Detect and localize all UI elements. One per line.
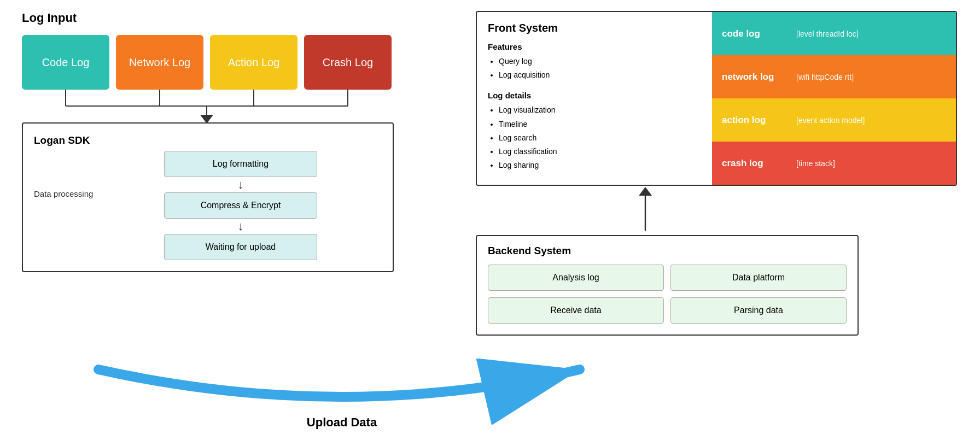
backend-grid: Analysis log Data platform Receive data … (488, 265, 847, 324)
backend-cell-parsing: Parsing data (670, 297, 847, 324)
sdk-step-waiting: Waiting for upload (164, 234, 317, 260)
log-details-list: Log visualization Timeline Log search Lo… (488, 103, 701, 172)
logan-sdk-title: Logan SDK (34, 134, 382, 146)
page-container: Log Input Code Log Network Log Action Lo… (0, 0, 980, 446)
backend-system-title: Backend System (488, 245, 847, 257)
log-detail-1: Log visualization (499, 103, 701, 117)
action-log-box: Action Log (210, 35, 298, 90)
feature-item-1: Query log (499, 55, 701, 68)
logan-sdk-box: Logan SDK Data processing Log formatting… (22, 122, 394, 272)
log-details-label: Log details (488, 91, 701, 100)
sdk-arrow-1: ↓ (238, 177, 244, 192)
tag-code-log: code log [level threadId loc] (712, 12, 956, 55)
backend-cell-receive: Receive data (488, 297, 664, 324)
sdk-arrow-2: ↓ (238, 219, 244, 234)
tag-action-log: action log [event action model] (712, 98, 956, 142)
upload-curve-container: Upload Data (55, 359, 629, 430)
backend-cell-data-platform: Data platform (670, 265, 847, 291)
tag-crash-log: crash log [time stack] (712, 142, 956, 185)
code-log-box: Code Log (22, 35, 109, 90)
tag-network-log: network log [wifi httpCode rtt] (712, 55, 956, 98)
log-detail-2: Timeline (499, 118, 701, 131)
sdk-steps: Log formatting ↓ Compress & Encrypt ↓ Wa… (100, 151, 382, 260)
front-system-left: Front System Features Query log Log acqu… (477, 12, 712, 185)
log-details-section: Log details Log visualization Timeline L… (488, 91, 701, 172)
front-system-box: Front System Features Query log Log acqu… (476, 11, 957, 186)
front-system-title: Front System (488, 22, 701, 34)
log-detail-5: Log sharing (499, 159, 701, 172)
features-label: Features (488, 42, 701, 51)
front-system-right: code log [level threadId loc] network lo… (712, 12, 956, 185)
connector-lines (22, 90, 383, 122)
network-log-box: Network Log (116, 35, 203, 90)
up-arrow-svg (634, 187, 656, 236)
log-detail-4: Log classification (499, 145, 701, 159)
features-section: Features Query log Log acquisition (488, 42, 701, 82)
left-section: Log Input Code Log Network Log Action Lo… (22, 11, 416, 272)
data-processing-label: Data processing (34, 189, 93, 198)
sdk-step-log-formatting: Log formatting (164, 151, 317, 177)
log-input-title: Log Input (22, 11, 416, 25)
backend-cell-analysis: Analysis log (488, 265, 664, 291)
feature-item-2: Log acquisition (499, 68, 701, 82)
features-list: Query log Log acquisition (488, 55, 701, 82)
log-detail-3: Log search (499, 131, 701, 145)
log-boxes: Code Log Network Log Action Log Crash Lo… (22, 35, 416, 90)
connector-svg (22, 90, 394, 124)
sdk-step-compress: Compress & Encrypt (164, 192, 317, 219)
backend-to-front-arrow (634, 187, 656, 238)
backend-system-box: Backend System Analysis log Data platfor… (476, 235, 859, 336)
svg-marker-8 (639, 187, 652, 196)
crash-log-box: Crash Log (304, 35, 392, 90)
